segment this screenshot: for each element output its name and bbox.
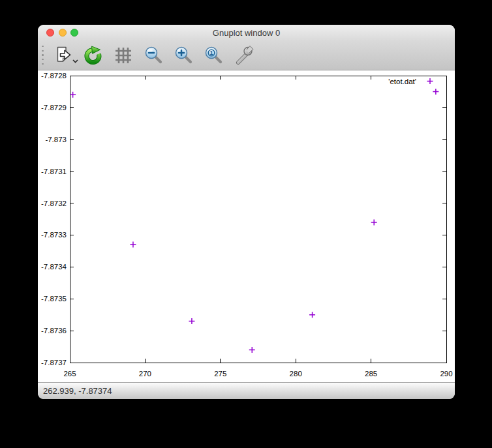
svg-text:270: 270 (139, 370, 151, 378)
svg-text:-7.8728: -7.8728 (41, 72, 67, 80)
toggle-grid-icon (113, 45, 134, 66)
minimize-button[interactable] (59, 29, 67, 37)
svg-text:-7.8733: -7.8733 (41, 231, 67, 239)
settings-wrench-icon (233, 45, 254, 66)
zoom-out-button[interactable] (141, 42, 166, 69)
svg-text:290: 290 (440, 370, 452, 378)
titlebar: Gnuplot window 0 (38, 25, 455, 40)
svg-text:-7.8732: -7.8732 (41, 200, 67, 207)
traffic-lights (46, 29, 78, 37)
svg-text:1: 1 (209, 50, 213, 56)
toolbar-drag-handle[interactable] (40, 44, 46, 66)
grid-button[interactable] (111, 42, 136, 69)
close-button[interactable] (46, 29, 54, 37)
chevron-down-icon (72, 59, 78, 63)
statusbar: 262.939, -7.87374 (38, 382, 455, 399)
zoom-in-magnifier-icon (173, 45, 194, 66)
replot-refresh-icon (83, 45, 104, 66)
svg-text:-7.873: -7.873 (45, 136, 67, 143)
svg-text:275: 275 (214, 370, 226, 378)
svg-text:-7.8737: -7.8737 (41, 359, 67, 366)
svg-text:280: 280 (290, 370, 302, 378)
zoom-in-button[interactable] (171, 42, 196, 69)
svg-text:-7.8735: -7.8735 (41, 295, 67, 303)
settings-button[interactable] (231, 42, 256, 69)
zoom-reset-magnifier-icon: 1 (203, 45, 224, 66)
svg-text:'etot.dat': 'etot.dat' (388, 78, 416, 85)
export-button[interactable] (51, 42, 76, 69)
gnuplot-window: Gnuplot window 0 (38, 25, 455, 399)
window-title: Gnuplot window 0 (38, 25, 455, 40)
maximize-button[interactable] (70, 29, 78, 37)
svg-text:-7.8734: -7.8734 (41, 263, 67, 271)
export-plot-icon (53, 45, 74, 66)
svg-text:-7.8736: -7.8736 (41, 327, 67, 335)
svg-text:265: 265 (63, 370, 76, 378)
svg-text:-7.8731: -7.8731 (41, 168, 67, 175)
svg-text:285: 285 (365, 370, 377, 378)
cursor-coordinates: 262.939, -7.87374 (43, 386, 112, 396)
replot-button[interactable] (81, 42, 106, 69)
plot-svg: 265270275280285290-7.8728-7.8729-7.873-7… (38, 70, 455, 382)
toolbar: 1 (38, 40, 455, 70)
plot-canvas[interactable]: 265270275280285290-7.8728-7.8729-7.873-7… (38, 70, 455, 382)
zoom-out-magnifier-icon (143, 45, 164, 66)
desktop-background: Gnuplot window 0 (0, 0, 492, 448)
svg-text:-7.8729: -7.8729 (41, 104, 67, 112)
zoom-reset-button[interactable]: 1 (201, 42, 226, 69)
